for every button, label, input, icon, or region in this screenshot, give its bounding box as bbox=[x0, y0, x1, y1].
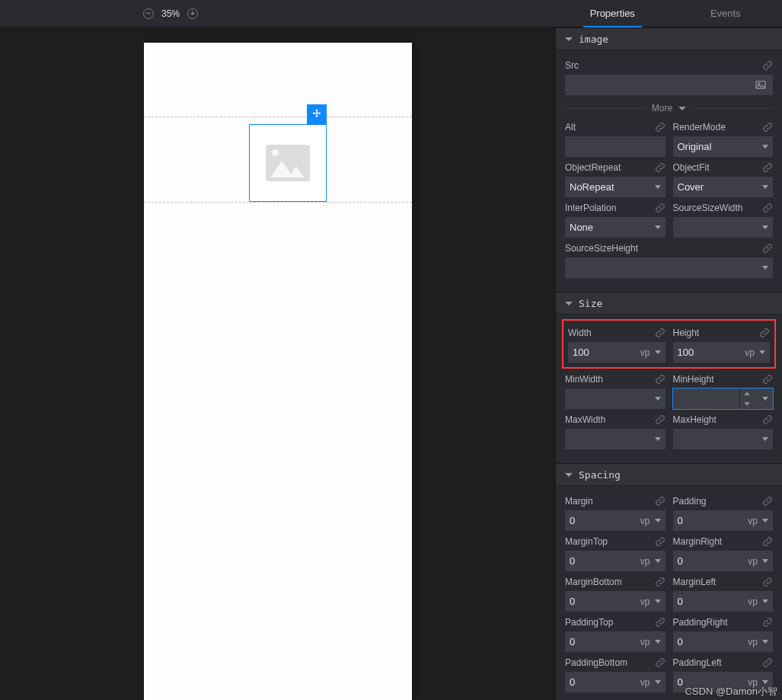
width-label: Width bbox=[568, 328, 592, 338]
objectfit-select[interactable] bbox=[673, 177, 774, 197]
link-icon[interactable] bbox=[655, 536, 665, 547]
minheight-label: MinHeight bbox=[673, 374, 714, 385]
link-icon[interactable] bbox=[655, 374, 665, 385]
maxheight-label: MaxHeight bbox=[673, 414, 717, 425]
minwidth-label: MinWidth bbox=[565, 374, 603, 385]
stepper[interactable] bbox=[739, 388, 753, 409]
link-icon[interactable] bbox=[762, 243, 773, 254]
sourcesizeheight-label: SourceSizeHeight bbox=[565, 243, 638, 254]
paddingRight-input[interactable]: vp bbox=[673, 631, 774, 652]
link-icon[interactable] bbox=[655, 657, 665, 668]
height-input[interactable]: vp bbox=[673, 342, 771, 363]
link-icon[interactable] bbox=[762, 122, 773, 133]
marginTop-input[interactable]: vp bbox=[565, 551, 665, 571]
section-title: Spacing bbox=[579, 469, 621, 481]
more-divider[interactable]: More bbox=[565, 103, 773, 113]
section-title: Size bbox=[579, 298, 602, 309]
objectfit-label: ObjectFit bbox=[673, 162, 710, 173]
rendermode-label: RenderMode bbox=[673, 122, 726, 133]
src-label: Src bbox=[565, 60, 579, 71]
paddingBottom-label: PaddingBottom bbox=[565, 657, 627, 668]
height-label: Height bbox=[673, 328, 700, 338]
link-icon[interactable] bbox=[655, 203, 665, 213]
link-icon[interactable] bbox=[762, 657, 773, 668]
link-icon[interactable] bbox=[762, 60, 773, 71]
objectrepeat-select[interactable] bbox=[565, 177, 665, 197]
link-icon[interactable] bbox=[655, 122, 665, 133]
size-highlight: Width vp Height vp bbox=[562, 319, 776, 369]
link-icon[interactable] bbox=[762, 162, 773, 173]
paddingTop-input[interactable]: vp bbox=[565, 631, 665, 652]
link-icon[interactable] bbox=[762, 496, 773, 507]
link-icon[interactable] bbox=[762, 374, 773, 385]
marginBottom-input[interactable]: vp bbox=[565, 591, 665, 612]
paddingBottom-input[interactable]: vp bbox=[565, 672, 665, 692]
link-icon[interactable] bbox=[655, 162, 665, 173]
width-input[interactable]: vp bbox=[568, 342, 665, 363]
padding-input[interactable]: vp bbox=[673, 510, 774, 531]
sourcesizewidth-label: SourceSizeWidth bbox=[673, 203, 743, 213]
properties-panel: Properties Events image Src More bbox=[555, 27, 782, 700]
caret-down-icon bbox=[565, 473, 573, 477]
maxwidth-input[interactable] bbox=[565, 429, 665, 449]
link-icon[interactable] bbox=[759, 328, 770, 338]
link-icon[interactable] bbox=[655, 414, 665, 425]
guide-line-bottom bbox=[144, 202, 412, 203]
alt-input[interactable] bbox=[565, 136, 665, 157]
tab-properties[interactable]: Properties bbox=[556, 0, 669, 27]
artboard[interactable] bbox=[144, 43, 412, 700]
maxwidth-label: MaxWidth bbox=[565, 414, 605, 425]
link-icon[interactable] bbox=[762, 617, 773, 628]
image-placeholder-icon bbox=[266, 145, 310, 181]
link-icon[interactable] bbox=[762, 577, 773, 587]
padding-label: Padding bbox=[673, 496, 707, 507]
zoom-out-button[interactable]: − bbox=[143, 8, 154, 19]
canvas-area[interactable] bbox=[0, 27, 555, 700]
section-header-spacing[interactable]: Spacing bbox=[556, 463, 782, 486]
image-icon bbox=[753, 79, 768, 91]
link-icon[interactable] bbox=[762, 414, 773, 425]
paddingLeft-label: PaddingLeft bbox=[673, 657, 722, 668]
caret-down-icon bbox=[565, 302, 573, 305]
link-icon[interactable] bbox=[762, 536, 773, 547]
link-icon[interactable] bbox=[655, 617, 665, 628]
objectrepeat-label: ObjectRepeat bbox=[565, 162, 621, 173]
paddingTop-label: PaddingTop bbox=[565, 617, 613, 628]
link-icon[interactable] bbox=[655, 496, 665, 507]
move-handle[interactable] bbox=[307, 104, 327, 124]
marginLeft-label: MarginLeft bbox=[673, 577, 717, 587]
rendermode-select[interactable] bbox=[673, 136, 774, 157]
selected-image-component[interactable] bbox=[249, 124, 327, 202]
marginRight-label: MarginRight bbox=[673, 536, 723, 547]
zoom-controls: − 35% + bbox=[143, 8, 198, 19]
marginLeft-input[interactable]: vp bbox=[673, 591, 774, 612]
zoom-value: 35% bbox=[161, 8, 180, 19]
marginTop-label: MarginTop bbox=[565, 536, 608, 547]
section-title: image bbox=[579, 34, 608, 45]
link-icon[interactable] bbox=[655, 328, 665, 338]
src-input[interactable] bbox=[565, 75, 773, 95]
margin-input[interactable]: vp bbox=[565, 510, 665, 531]
section-header-image[interactable]: image bbox=[556, 27, 782, 50]
paddingRight-label: PaddingRight bbox=[673, 617, 728, 628]
tab-events[interactable]: Events bbox=[669, 0, 783, 27]
interpolation-label: InterPolation bbox=[565, 203, 616, 213]
section-header-size[interactable]: Size bbox=[556, 292, 782, 315]
marginBottom-label: MarginBottom bbox=[565, 577, 622, 587]
marginRight-input[interactable]: vp bbox=[673, 551, 774, 571]
guide-line-top bbox=[144, 117, 412, 117]
maxheight-input[interactable] bbox=[673, 429, 774, 449]
caret-down-icon bbox=[565, 37, 573, 41]
sourcesizewidth-input[interactable] bbox=[673, 217, 774, 238]
watermark: CSDN @Damon小智 bbox=[685, 685, 777, 698]
alt-label: Alt bbox=[565, 122, 576, 133]
zoom-in-button[interactable]: + bbox=[187, 8, 198, 19]
panel-tabs: Properties Events bbox=[556, 0, 782, 27]
margin-label: Margin bbox=[565, 496, 593, 507]
link-icon[interactable] bbox=[762, 203, 773, 213]
sourcesizeheight-input[interactable] bbox=[565, 257, 773, 278]
minwidth-input[interactable] bbox=[565, 388, 665, 409]
interpolation-select[interactable] bbox=[565, 217, 665, 238]
minheight-input[interactable] bbox=[673, 388, 774, 409]
link-icon[interactable] bbox=[655, 577, 665, 587]
